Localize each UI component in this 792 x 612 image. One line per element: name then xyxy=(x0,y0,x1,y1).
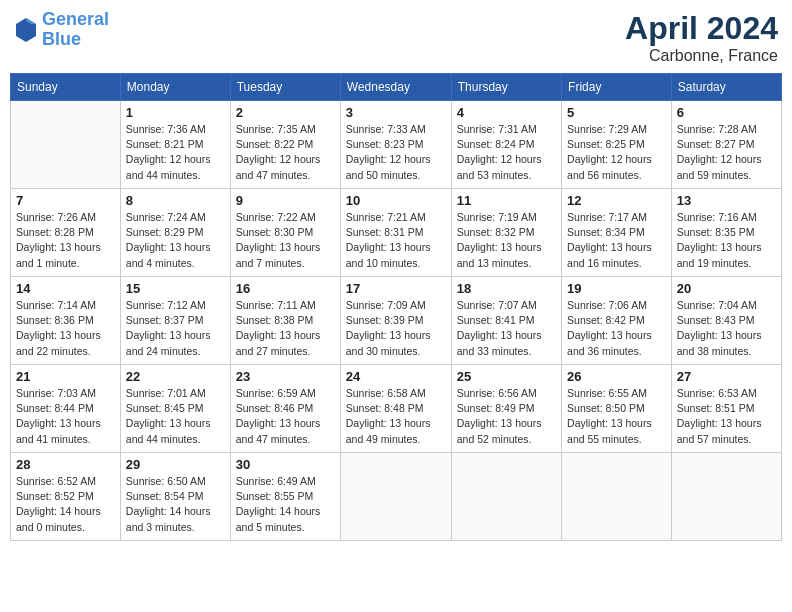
day-info: Sunrise: 7:33 AM Sunset: 8:23 PM Dayligh… xyxy=(346,122,446,183)
day-info: Sunrise: 6:50 AM Sunset: 8:54 PM Dayligh… xyxy=(126,474,225,535)
day-info: Sunrise: 7:17 AM Sunset: 8:34 PM Dayligh… xyxy=(567,210,666,271)
day-number: 7 xyxy=(16,193,115,208)
calendar-cell xyxy=(451,453,561,541)
calendar-cell: 1Sunrise: 7:36 AM Sunset: 8:21 PM Daylig… xyxy=(120,101,230,189)
logo-icon xyxy=(14,16,38,44)
calendar-cell: 29Sunrise: 6:50 AM Sunset: 8:54 PM Dayli… xyxy=(120,453,230,541)
day-info: Sunrise: 7:26 AM Sunset: 8:28 PM Dayligh… xyxy=(16,210,115,271)
day-number: 28 xyxy=(16,457,115,472)
day-info: Sunrise: 6:52 AM Sunset: 8:52 PM Dayligh… xyxy=(16,474,115,535)
calendar-cell xyxy=(340,453,451,541)
day-info: Sunrise: 7:16 AM Sunset: 8:35 PM Dayligh… xyxy=(677,210,776,271)
day-number: 9 xyxy=(236,193,335,208)
calendar-week-row: 7Sunrise: 7:26 AM Sunset: 8:28 PM Daylig… xyxy=(11,189,782,277)
day-number: 10 xyxy=(346,193,446,208)
day-number: 16 xyxy=(236,281,335,296)
svg-marker-0 xyxy=(16,18,36,42)
day-info: Sunrise: 7:12 AM Sunset: 8:37 PM Dayligh… xyxy=(126,298,225,359)
day-number: 19 xyxy=(567,281,666,296)
day-info: Sunrise: 6:58 AM Sunset: 8:48 PM Dayligh… xyxy=(346,386,446,447)
calendar-cell: 25Sunrise: 6:56 AM Sunset: 8:49 PM Dayli… xyxy=(451,365,561,453)
day-info: Sunrise: 7:03 AM Sunset: 8:44 PM Dayligh… xyxy=(16,386,115,447)
calendar-cell: 14Sunrise: 7:14 AM Sunset: 8:36 PM Dayli… xyxy=(11,277,121,365)
day-number: 26 xyxy=(567,369,666,384)
calendar-table: SundayMondayTuesdayWednesdayThursdayFrid… xyxy=(10,73,782,541)
calendar-cell: 9Sunrise: 7:22 AM Sunset: 8:30 PM Daylig… xyxy=(230,189,340,277)
day-info: Sunrise: 7:19 AM Sunset: 8:32 PM Dayligh… xyxy=(457,210,556,271)
day-info: Sunrise: 6:56 AM Sunset: 8:49 PM Dayligh… xyxy=(457,386,556,447)
location: Carbonne, France xyxy=(625,47,778,65)
day-info: Sunrise: 6:55 AM Sunset: 8:50 PM Dayligh… xyxy=(567,386,666,447)
calendar-cell xyxy=(671,453,781,541)
day-info: Sunrise: 7:31 AM Sunset: 8:24 PM Dayligh… xyxy=(457,122,556,183)
logo-line1: General xyxy=(42,9,109,29)
title-block: April 2024 Carbonne, France xyxy=(625,10,778,65)
calendar-cell: 17Sunrise: 7:09 AM Sunset: 8:39 PM Dayli… xyxy=(340,277,451,365)
day-number: 22 xyxy=(126,369,225,384)
calendar-cell: 7Sunrise: 7:26 AM Sunset: 8:28 PM Daylig… xyxy=(11,189,121,277)
day-info: Sunrise: 7:24 AM Sunset: 8:29 PM Dayligh… xyxy=(126,210,225,271)
calendar-cell: 24Sunrise: 6:58 AM Sunset: 8:48 PM Dayli… xyxy=(340,365,451,453)
calendar-week-row: 14Sunrise: 7:14 AM Sunset: 8:36 PM Dayli… xyxy=(11,277,782,365)
day-number: 17 xyxy=(346,281,446,296)
calendar-week-row: 21Sunrise: 7:03 AM Sunset: 8:44 PM Dayli… xyxy=(11,365,782,453)
day-number: 11 xyxy=(457,193,556,208)
calendar-cell xyxy=(562,453,672,541)
calendar-cell: 4Sunrise: 7:31 AM Sunset: 8:24 PM Daylig… xyxy=(451,101,561,189)
day-number: 13 xyxy=(677,193,776,208)
calendar-cell: 6Sunrise: 7:28 AM Sunset: 8:27 PM Daylig… xyxy=(671,101,781,189)
calendar-cell: 3Sunrise: 7:33 AM Sunset: 8:23 PM Daylig… xyxy=(340,101,451,189)
calendar-cell: 18Sunrise: 7:07 AM Sunset: 8:41 PM Dayli… xyxy=(451,277,561,365)
day-info: Sunrise: 6:59 AM Sunset: 8:46 PM Dayligh… xyxy=(236,386,335,447)
day-number: 5 xyxy=(567,105,666,120)
calendar-cell: 26Sunrise: 6:55 AM Sunset: 8:50 PM Dayli… xyxy=(562,365,672,453)
calendar-cell: 13Sunrise: 7:16 AM Sunset: 8:35 PM Dayli… xyxy=(671,189,781,277)
day-info: Sunrise: 7:35 AM Sunset: 8:22 PM Dayligh… xyxy=(236,122,335,183)
day-info: Sunrise: 6:53 AM Sunset: 8:51 PM Dayligh… xyxy=(677,386,776,447)
calendar-cell: 28Sunrise: 6:52 AM Sunset: 8:52 PM Dayli… xyxy=(11,453,121,541)
day-number: 3 xyxy=(346,105,446,120)
day-info: Sunrise: 7:21 AM Sunset: 8:31 PM Dayligh… xyxy=(346,210,446,271)
calendar-cell: 20Sunrise: 7:04 AM Sunset: 8:43 PM Dayli… xyxy=(671,277,781,365)
calendar-cell: 22Sunrise: 7:01 AM Sunset: 8:45 PM Dayli… xyxy=(120,365,230,453)
calendar-cell: 12Sunrise: 7:17 AM Sunset: 8:34 PM Dayli… xyxy=(562,189,672,277)
day-info: Sunrise: 7:22 AM Sunset: 8:30 PM Dayligh… xyxy=(236,210,335,271)
day-number: 29 xyxy=(126,457,225,472)
weekday-header-sunday: Sunday xyxy=(11,74,121,101)
day-info: Sunrise: 7:28 AM Sunset: 8:27 PM Dayligh… xyxy=(677,122,776,183)
day-number: 15 xyxy=(126,281,225,296)
day-info: Sunrise: 7:29 AM Sunset: 8:25 PM Dayligh… xyxy=(567,122,666,183)
day-info: Sunrise: 7:01 AM Sunset: 8:45 PM Dayligh… xyxy=(126,386,225,447)
calendar-cell: 10Sunrise: 7:21 AM Sunset: 8:31 PM Dayli… xyxy=(340,189,451,277)
calendar-cell: 30Sunrise: 6:49 AM Sunset: 8:55 PM Dayli… xyxy=(230,453,340,541)
page-header: General Blue April 2024 Carbonne, France xyxy=(10,10,782,65)
calendar-cell xyxy=(11,101,121,189)
day-info: Sunrise: 7:09 AM Sunset: 8:39 PM Dayligh… xyxy=(346,298,446,359)
day-number: 24 xyxy=(346,369,446,384)
day-info: Sunrise: 7:36 AM Sunset: 8:21 PM Dayligh… xyxy=(126,122,225,183)
day-info: Sunrise: 6:49 AM Sunset: 8:55 PM Dayligh… xyxy=(236,474,335,535)
day-number: 4 xyxy=(457,105,556,120)
day-number: 6 xyxy=(677,105,776,120)
day-info: Sunrise: 7:14 AM Sunset: 8:36 PM Dayligh… xyxy=(16,298,115,359)
weekday-header-saturday: Saturday xyxy=(671,74,781,101)
calendar-cell: 2Sunrise: 7:35 AM Sunset: 8:22 PM Daylig… xyxy=(230,101,340,189)
day-number: 14 xyxy=(16,281,115,296)
logo-text: General Blue xyxy=(42,10,109,50)
logo: General Blue xyxy=(14,10,109,50)
weekday-header-monday: Monday xyxy=(120,74,230,101)
month-year: April 2024 xyxy=(625,10,778,47)
logo-line2: Blue xyxy=(42,30,109,50)
weekday-header-friday: Friday xyxy=(562,74,672,101)
day-number: 12 xyxy=(567,193,666,208)
calendar-cell: 19Sunrise: 7:06 AM Sunset: 8:42 PM Dayli… xyxy=(562,277,672,365)
calendar-cell: 23Sunrise: 6:59 AM Sunset: 8:46 PM Dayli… xyxy=(230,365,340,453)
day-info: Sunrise: 7:06 AM Sunset: 8:42 PM Dayligh… xyxy=(567,298,666,359)
day-info: Sunrise: 7:07 AM Sunset: 8:41 PM Dayligh… xyxy=(457,298,556,359)
calendar-cell: 11Sunrise: 7:19 AM Sunset: 8:32 PM Dayli… xyxy=(451,189,561,277)
day-number: 27 xyxy=(677,369,776,384)
day-number: 18 xyxy=(457,281,556,296)
calendar-week-row: 1Sunrise: 7:36 AM Sunset: 8:21 PM Daylig… xyxy=(11,101,782,189)
day-number: 1 xyxy=(126,105,225,120)
calendar-cell: 15Sunrise: 7:12 AM Sunset: 8:37 PM Dayli… xyxy=(120,277,230,365)
